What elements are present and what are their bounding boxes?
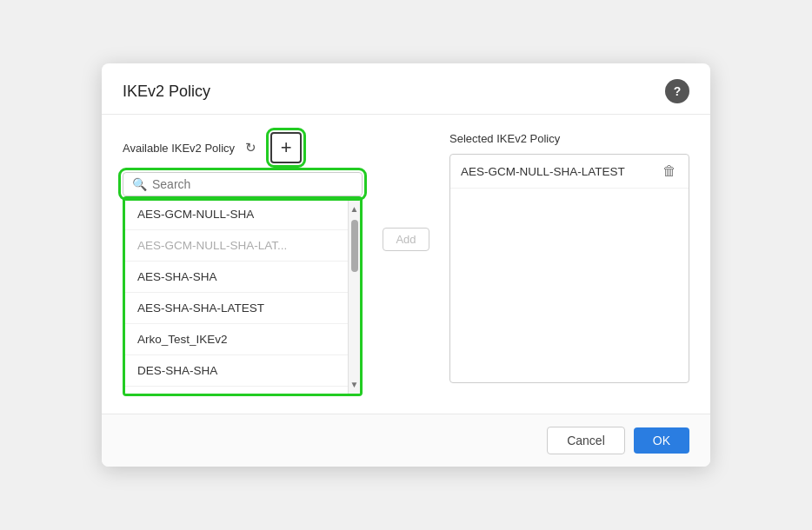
ikev2-policy-dialog: IKEv2 Policy ? Available IKEv2 Policy ↻ … [102,63,710,467]
list-item[interactable]: AES-SHA-SHA-LATEST [125,293,348,324]
left-column: Available IKEv2 Policy ↻ + 🔍 AES-GCM-NUL… [123,132,363,396]
add-new-policy-button[interactable]: + [270,132,302,163]
search-box: 🔍 [123,172,363,196]
left-col-header: Available IKEv2 Policy ↻ + [123,132,363,163]
scroll-thumb-area [349,216,360,376]
dialog-body: Available IKEv2 Policy ↻ + 🔍 AES-GCM-NUL… [102,115,710,414]
selected-item-label: AES-GCM-NULL-SHA-LATEST [461,165,625,178]
list-scrollbar: ▲ ▼ [348,199,360,394]
available-list-wrapper: AES-GCM-NULL-SHAAES-GCM-NULL-SHA-LAT...A… [123,196,363,396]
scroll-thumb[interactable] [351,220,358,272]
add-button[interactable]: Add [383,228,429,251]
list-item[interactable]: AES-SHA-SHA [125,262,348,293]
ok-button[interactable]: OK [634,427,689,454]
scroll-up-arrow[interactable]: ▲ [349,201,361,216]
right-column: Selected IKEv2 Policy AES-GCM-NULL-SHA-L… [449,132,689,383]
cancel-button[interactable]: Cancel [547,427,625,454]
search-icon: 🔍 [132,177,147,191]
help-button[interactable]: ? [665,79,689,103]
dialog-footer: Cancel OK [102,414,710,467]
dialog-title: IKEv2 Policy [123,83,210,101]
list-item[interactable]: AES-GCM-NULL-SHA-LAT... [125,230,348,262]
scroll-down-arrow[interactable]: ▼ [349,376,361,392]
dialog-header: IKEv2 Policy ? [102,63,710,115]
delete-selected-button[interactable]: 🗑 [661,163,678,179]
available-list: AES-GCM-NULL-SHAAES-GCM-NULL-SHA-LAT...A… [125,199,348,394]
refresh-button[interactable]: ↻ [242,138,260,157]
search-input[interactable] [152,177,353,191]
columns-layout: Available IKEv2 Policy ↻ + 🔍 AES-GCM-NUL… [123,132,689,396]
available-section-label: Available IKEv2 Policy [123,142,235,155]
list-item[interactable]: AES-GCM-NULL-SHA [125,199,348,230]
list-item[interactable]: Arko_Test_IKEv2 [125,324,348,355]
selected-item: AES-GCM-NULL-SHA-LATEST🗑 [450,155,689,189]
selected-list: AES-GCM-NULL-SHA-LATEST🗑 [449,154,689,383]
selected-section-label: Selected IKEv2 Policy [449,132,689,145]
add-action-column: Add [380,132,432,251]
list-item[interactable]: DES-SHA-SHA [125,355,348,387]
